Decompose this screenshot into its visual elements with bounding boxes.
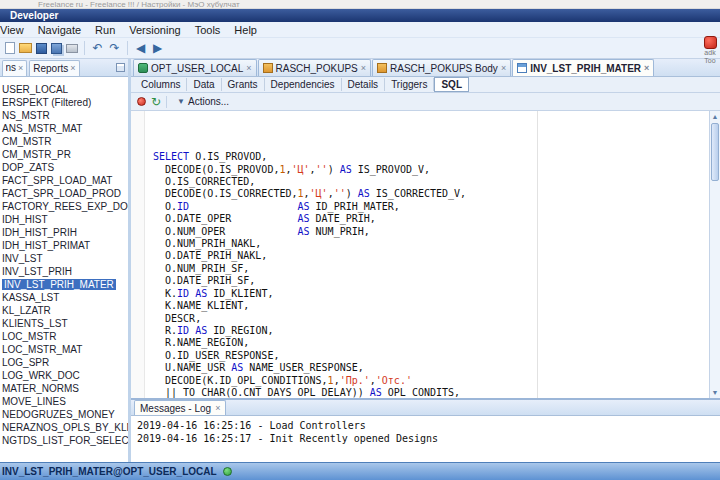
- close-icon[interactable]: ×: [70, 64, 75, 73]
- code-token: O.IS_CORRECTED,: [153, 176, 255, 187]
- forward-icon[interactable]: ▶: [151, 41, 164, 55]
- editor-tab-rasch_pokups-body[interactable]: RASCH_POKUPS Body×: [372, 59, 511, 76]
- menu-tools[interactable]: Tools: [188, 24, 228, 36]
- pin-icon[interactable]: [137, 97, 146, 106]
- menu-navigate[interactable]: Navigate: [31, 24, 88, 36]
- code-token: SELECT: [153, 151, 189, 162]
- overlay-badge-icon[interactable]: [704, 36, 717, 49]
- save-icon[interactable]: [36, 43, 47, 54]
- log-tab[interactable]: Messages - Log ×: [134, 400, 226, 415]
- tree-item[interactable]: LOG_SPR: [0, 356, 128, 369]
- close-icon[interactable]: ×: [18, 64, 23, 73]
- scroll-down-icon[interactable]: ▼: [710, 387, 720, 398]
- tree-item[interactable]: LOG_WRK_DOC: [0, 369, 128, 382]
- sidebar-tab-connections[interactable]: Connections×: [2, 60, 27, 76]
- subtab-grants[interactable]: Grants: [222, 78, 265, 91]
- undo-icon[interactable]: ↶: [91, 41, 104, 55]
- tree-item[interactable]: ERSPEKT (Filtered): [0, 96, 128, 109]
- tree-item-label: ANS_MSTR_MAT: [2, 123, 82, 134]
- subtab-dependencies[interactable]: Dependencies: [265, 78, 342, 91]
- tree-item[interactable]: FACT_SPR_LOAD_MAT: [0, 174, 128, 187]
- menu-run[interactable]: Run: [88, 24, 122, 36]
- tree-item-label: CM_MSTR_PR: [2, 149, 71, 160]
- code-line: O.NUM_PRIH_NAKL,: [153, 238, 709, 250]
- editor-scrollbar[interactable]: ▲ ▼: [709, 111, 720, 398]
- tree-item-label: ERSPEKT (Filtered): [2, 97, 91, 108]
- tree-item[interactable]: IDH_HIST: [0, 213, 128, 226]
- sql-editor[interactable]: SELECT O.IS_PROVOD, DECODE(O.IS_PROVOD,1…: [131, 111, 720, 398]
- tree-item[interactable]: KASSA_LST: [0, 291, 128, 304]
- overlay-badge[interactable]: adk Too: [702, 36, 718, 65]
- code-token: AS: [370, 387, 382, 398]
- code-token: [189, 201, 297, 212]
- editor-area: OPT_USER_LOCAL×RASCH_POKUPS×RASCH_POKUPS…: [131, 59, 720, 462]
- log-line: 2019-04-16 16:25:16 - Load Controllers: [137, 419, 720, 432]
- close-icon[interactable]: ×: [501, 64, 506, 73]
- tree-item[interactable]: INV_LST: [0, 252, 128, 265]
- tree-item[interactable]: CM_MSTR: [0, 135, 128, 148]
- tree-item[interactable]: NGTDS_LIST_FOR_SELECT: [0, 434, 128, 447]
- print-icon[interactable]: [66, 44, 78, 53]
- tree-item-label: NGTDS_LIST_FOR_SELECT: [2, 435, 128, 446]
- tree-item[interactable]: INV_LST_PRIH: [0, 265, 128, 278]
- sidebar-tab-reports[interactable]: Reports×: [29, 60, 79, 76]
- tree-item[interactable]: MOVE_LINES: [0, 395, 128, 408]
- tree-item[interactable]: FACTORY_REES_EXP_DOC: [0, 200, 128, 213]
- toolbar-separator: [166, 96, 167, 108]
- panel-menu-icon[interactable]: [116, 63, 125, 72]
- close-icon[interactable]: ×: [361, 64, 366, 73]
- tree-item[interactable]: KL_LZATR: [0, 304, 128, 317]
- code-token: AS: [231, 362, 243, 373]
- tree-item[interactable]: KLIENTS_LST: [0, 317, 128, 330]
- subtab-details[interactable]: Details: [342, 78, 386, 91]
- tree-item[interactable]: ANS_MSTR_MAT: [0, 122, 128, 135]
- back-icon[interactable]: ◀: [134, 41, 147, 55]
- subtab-sql[interactable]: SQL: [434, 77, 469, 92]
- code-token: K.NAME_KLIENT,: [153, 300, 249, 311]
- refresh-icon[interactable]: ↻: [151, 96, 161, 108]
- close-icon[interactable]: ×: [644, 64, 649, 73]
- main-toolbar: ↶↷◀▶: [0, 38, 720, 59]
- close-icon[interactable]: ×: [246, 64, 251, 73]
- workspace: Connections×Reports× USER_LOCALERSPEKT (…: [0, 59, 720, 462]
- new-file-icon[interactable]: [5, 42, 15, 54]
- tree-item[interactable]: DOP_ZATS: [0, 161, 128, 174]
- tree-item-label: FACT_SPR_LOAD_MAT: [2, 175, 112, 186]
- tree-item[interactable]: LOC_MSTR_MAT: [0, 343, 128, 356]
- actions-dropdown[interactable]: ▼ Actions...: [172, 95, 234, 108]
- code-line: DECODE(K.ID_OPL_CONDITIONS,1,'Пр.','Отс.…: [153, 375, 709, 387]
- tree-item[interactable]: FACT_SPR_LOAD_PROD: [0, 187, 128, 200]
- code-lines[interactable]: SELECT O.IS_PROVOD, DECODE(O.IS_PROVOD,1…: [145, 111, 709, 398]
- tree-item[interactable]: NERAZNOS_OPLS_BY_KLN: [0, 421, 128, 434]
- tree-item-label: MATER_NORMS: [2, 383, 79, 394]
- open-folder-icon[interactable]: [19, 43, 32, 53]
- save-all-icon[interactable]: [51, 43, 62, 54]
- tree-item[interactable]: NEDOGRUZES_MONEY: [0, 408, 128, 421]
- close-icon[interactable]: ×: [215, 404, 220, 413]
- editor-tab-opt_user_local[interactable]: OPT_USER_LOCAL×: [133, 59, 257, 76]
- tree-item[interactable]: IDH_HIST_PRIMAT: [0, 239, 128, 252]
- tree-item-label: FACTORY_REES_EXP_DOC: [2, 201, 128, 212]
- subtab-data[interactable]: Data: [187, 78, 221, 91]
- menu-help[interactable]: Help: [227, 24, 264, 36]
- subtab-columns[interactable]: Columns: [135, 78, 187, 91]
- menu-versioning[interactable]: Versioning: [122, 24, 187, 36]
- log-panel: Messages - Log × 2019-04-16 16:25:16 - L…: [131, 398, 720, 462]
- redo-icon[interactable]: ↷: [108, 41, 121, 55]
- code-line: R.ID AS ID_REGION,: [153, 325, 709, 337]
- tree-item[interactable]: USER_LOCAL: [0, 83, 128, 96]
- code-token: 'Отс.': [376, 375, 412, 386]
- scrollbar-thumb[interactable]: [711, 123, 719, 181]
- editor-tab-inv_lst_prih_mater[interactable]: INV_LST_PRIH_MATER×: [512, 59, 654, 76]
- scroll-up-icon[interactable]: ▲: [710, 111, 720, 122]
- tree-item[interactable]: MATER_NORMS: [0, 382, 128, 395]
- tree-item[interactable]: IDH_HIST_PRIH: [0, 226, 128, 239]
- tree-item[interactable]: CM_MSTR_PR: [0, 148, 128, 161]
- editor-tab-rasch_pokups[interactable]: RASCH_POKUPS×: [258, 59, 372, 76]
- subtab-triggers[interactable]: Triggers: [385, 78, 434, 91]
- tree-item[interactable]: NS_MSTR: [0, 109, 128, 122]
- menu-view[interactable]: View: [0, 24, 31, 36]
- tree-item[interactable]: INV_LST_PRIH_MATER: [0, 278, 128, 291]
- tree-item[interactable]: LOC_MSTR: [0, 330, 128, 343]
- editor-tab-label: INV_LST_PRIH_MATER: [530, 63, 641, 74]
